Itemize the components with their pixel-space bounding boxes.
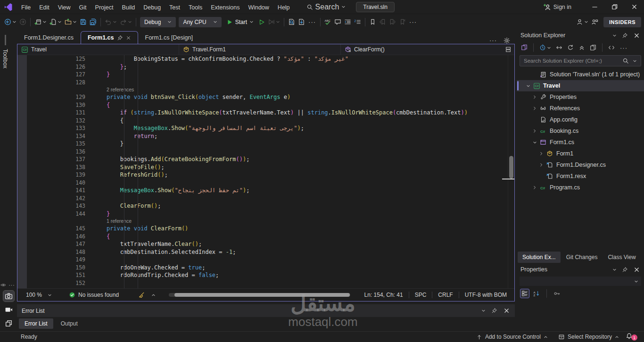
format-indent-button[interactable]: [343, 17, 353, 27]
minimize-button[interactable]: [585, 0, 604, 14]
document-tab[interactable]: Form1.Designer.cs: [17, 31, 81, 44]
restore-button[interactable]: [604, 0, 624, 14]
code-line[interactable]: 136: [17, 148, 514, 156]
find-next-button[interactable]: [297, 17, 306, 27]
preview-button[interactable]: [588, 43, 598, 52]
code-line[interactable]: 142: [17, 195, 514, 203]
save-all-button[interactable]: [88, 17, 98, 27]
split-window-button[interactable]: [502, 44, 514, 55]
type-dropdown[interactable]: Travel.Form1: [179, 44, 341, 55]
open-folder-button[interactable]: [63, 17, 78, 27]
bookmark-next-button[interactable]: [388, 17, 397, 27]
menu-edit[interactable]: Edit: [35, 2, 54, 13]
close-icon[interactable]: [633, 266, 640, 273]
code-line[interactable]: 137 bookings.Add(CreateBookingFromForm()…: [17, 155, 514, 163]
find-in-files-button[interactable]: [287, 17, 297, 27]
panel-tab-error-list[interactable]: Error List: [19, 318, 53, 329]
more-options-icon[interactable]: ···: [7, 283, 17, 288]
categorized-button[interactable]: [520, 289, 529, 298]
chevron-right-icon[interactable]: [531, 106, 538, 111]
code-tags-button[interactable]: [607, 43, 616, 52]
code-line[interactable]: 127 }: [17, 71, 514, 79]
panel-tab-output[interactable]: Output: [55, 318, 83, 329]
tree-item-booking-cs[interactable]: C#Booking.cs: [517, 125, 644, 137]
encoding[interactable]: UTF-8 with BOM: [459, 292, 512, 298]
code-line[interactable]: 145 private void ClearForm(): [17, 225, 514, 233]
project-dropdown[interactable]: C# Travel: [17, 44, 179, 55]
tree-item-app-config[interactable]: App.config: [517, 114, 644, 125]
bookmark-prev-button[interactable]: [378, 17, 388, 27]
member-dropdown[interactable]: ClearForm(): [341, 44, 502, 55]
menu-tools[interactable]: Tools: [184, 2, 206, 13]
add-to-source-control-button[interactable]: Add to Source Control: [472, 334, 552, 340]
close-icon[interactable]: [503, 307, 510, 314]
toolbox-tab[interactable]: Toolbox: [2, 35, 8, 68]
start-debugging-button[interactable]: Start: [223, 17, 257, 27]
run-outline-button[interactable]: [257, 17, 266, 27]
tree-item-form1-cs[interactable]: Form1.cs: [517, 137, 644, 148]
tree-item-travel[interactable]: C#Travel: [517, 80, 644, 91]
code-line[interactable]: 129 private void btnSave_Click(object se…: [17, 93, 514, 101]
code-line[interactable]: 150 rdoOneWay.Checked = true;: [17, 264, 514, 272]
nav-back-button[interactable]: [3, 17, 18, 27]
menu-help[interactable]: Help: [273, 2, 294, 13]
tree-item-references[interactable]: References: [517, 103, 644, 114]
code-line[interactable]: 149: [17, 256, 514, 264]
new-project-button[interactable]: [33, 17, 48, 27]
overflow-button[interactable]: ···: [618, 44, 629, 51]
cursor-position[interactable]: Ln: 154, Ch: 41: [359, 292, 409, 298]
bookmark-clear-button[interactable]: [397, 17, 407, 27]
zoom-dropdown[interactable]: 100 %: [21, 290, 57, 300]
code-line[interactable]: 126 };: [17, 63, 514, 71]
menu-project[interactable]: Project: [91, 2, 118, 13]
properties-object-dropdown[interactable]: [520, 277, 641, 286]
code-line[interactable]: 130 {: [17, 101, 514, 109]
menu-file[interactable]: File: [17, 2, 35, 13]
redo-button[interactable]: [118, 17, 133, 27]
code-line[interactable]: 146 {: [17, 233, 514, 241]
profiler-button[interactable]: [266, 17, 281, 27]
glyph-margin[interactable]: [17, 55, 27, 289]
code-line[interactable]: 144 }: [17, 210, 514, 218]
menu-test[interactable]: Test: [165, 2, 184, 13]
code-line[interactable]: 148 cmbDestination.SelectedIndex = -1;: [17, 248, 514, 256]
horizontal-scrollbar[interactable]: [169, 293, 350, 297]
chevron-down-icon[interactable]: [481, 309, 486, 313]
menu-view[interactable]: View: [54, 2, 75, 13]
platform-dropdown[interactable]: Any CPU: [179, 17, 221, 27]
code-line[interactable]: 152: [17, 279, 514, 287]
save-button[interactable]: [78, 17, 88, 27]
close-button[interactable]: [624, 0, 644, 14]
menu-build[interactable]: Build: [117, 2, 139, 13]
add-item-button[interactable]: [48, 17, 63, 27]
undo-button[interactable]: [103, 17, 118, 27]
close-icon[interactable]: [633, 32, 640, 39]
indent-mode[interactable]: SPC: [409, 292, 432, 298]
gear-icon[interactable]: [504, 37, 510, 44]
chevron-right-icon[interactable]: [537, 163, 545, 167]
search-box[interactable]: Search: [303, 1, 350, 13]
codelens-indicator[interactable]: 1 reference: [17, 218, 514, 225]
chevron-right-icon[interactable]: [537, 151, 545, 156]
solution-explorer-search-input[interactable]: Search Solution Explorer (Ctrl+;): [520, 55, 641, 66]
line-ending[interactable]: CRLF: [432, 292, 458, 298]
code-line[interactable]: 134 return;: [17, 132, 514, 140]
code-line[interactable]: 143 ClearForm();: [17, 202, 514, 210]
code-line[interactable]: 125 BookingStatus = chkConfirmBooking.Ch…: [17, 55, 514, 63]
code-line[interactable]: 141 MessageBox.Show("تم حفظ الحجز بنجاح"…: [17, 187, 514, 195]
chevron-right-icon[interactable]: [531, 129, 538, 133]
vertical-scrollbar[interactable]: [508, 55, 514, 289]
comment-button[interactable]: [333, 17, 343, 27]
bookmark-button[interactable]: [368, 17, 378, 27]
az-sort-button[interactable]: AZ: [532, 289, 541, 298]
scrollbar-thumb[interactable]: [174, 293, 350, 297]
chevron-down-icon[interactable]: [612, 268, 617, 272]
nav-forward-button[interactable]: [18, 17, 28, 27]
key-button[interactable]: [552, 289, 561, 298]
code-line[interactable]: 151 rdoRoundTrip.Checked = false;: [17, 271, 514, 279]
refresh-button[interactable]: [566, 43, 575, 52]
menu-debug[interactable]: Debug: [139, 2, 165, 13]
close-icon[interactable]: [126, 35, 131, 41]
menu-git[interactable]: Git: [75, 2, 91, 13]
chevron-down-icon[interactable]: [531, 140, 538, 145]
